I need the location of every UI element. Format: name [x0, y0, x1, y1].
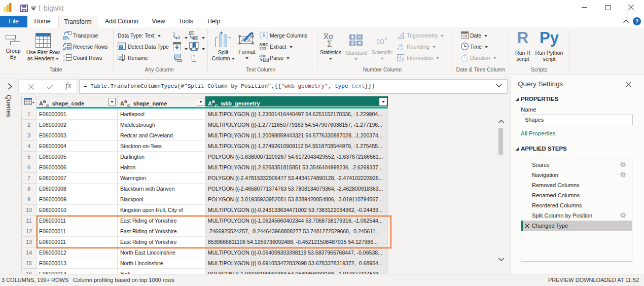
svg-text:abc: abc: [259, 53, 266, 58]
svg-text:?: ?: [120, 46, 122, 49]
svg-text:3: 3: [398, 58, 400, 61]
svg-text:123: 123: [259, 46, 266, 50]
svg-text:.0: .0: [400, 47, 403, 51]
svg-text:2: 2: [384, 36, 387, 41]
svg-text:2: 2: [63, 58, 65, 62]
svg-text:.00: .00: [398, 44, 403, 47]
svg-text:2: 2: [178, 35, 181, 40]
svg-text:1: 1: [173, 31, 175, 37]
svg-text:Σ: Σ: [327, 40, 332, 47]
svg-text:1: 1: [398, 55, 400, 58]
svg-text:10: 10: [376, 37, 384, 46]
